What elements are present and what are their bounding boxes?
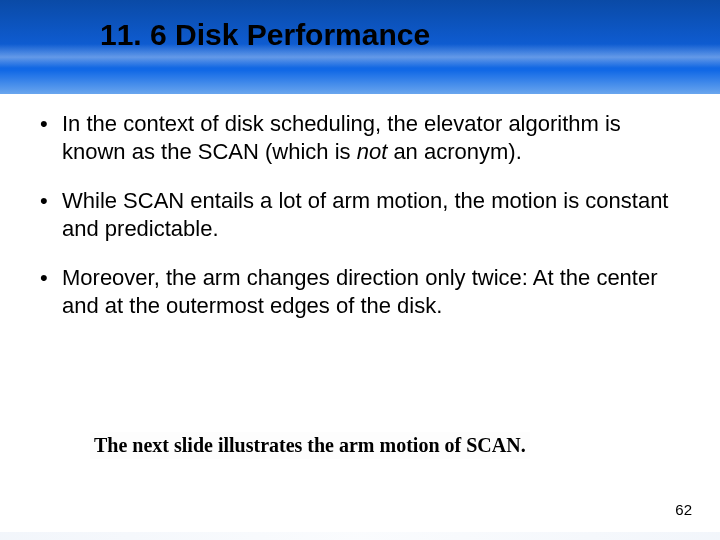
- slide: 11. 6 Disk Performance • In the context …: [0, 0, 720, 540]
- bullet-dot-icon: •: [40, 110, 62, 138]
- bullet-dot-icon: •: [40, 187, 62, 215]
- bullet-item: • In the context of disk scheduling, the…: [40, 110, 680, 165]
- bullet-italic: not: [357, 139, 388, 164]
- content-area: • In the context of disk scheduling, the…: [40, 110, 680, 341]
- page-number: 62: [675, 501, 692, 518]
- bullet-dot-icon: •: [40, 264, 62, 292]
- footer-note: The next slide illustrates the arm motio…: [90, 432, 530, 459]
- bullet-post: an acronym).: [387, 139, 522, 164]
- bullet-text: While SCAN entails a lot of arm motion, …: [62, 187, 680, 242]
- bullet-pre: While SCAN entails a lot of arm motion, …: [62, 188, 668, 241]
- bullet-item: • While SCAN entails a lot of arm motion…: [40, 187, 680, 242]
- bullet-text: Moreover, the arm changes direction only…: [62, 264, 680, 319]
- bullet-pre: In the context of disk scheduling, the e…: [62, 111, 621, 164]
- slide-title: 11. 6 Disk Performance: [100, 18, 430, 52]
- bullet-pre: Moreover, the arm changes direction only…: [62, 265, 658, 318]
- bullet-item: • Moreover, the arm changes direction on…: [40, 264, 680, 319]
- bullet-text: In the context of disk scheduling, the e…: [62, 110, 680, 165]
- bottom-strip: [0, 532, 720, 540]
